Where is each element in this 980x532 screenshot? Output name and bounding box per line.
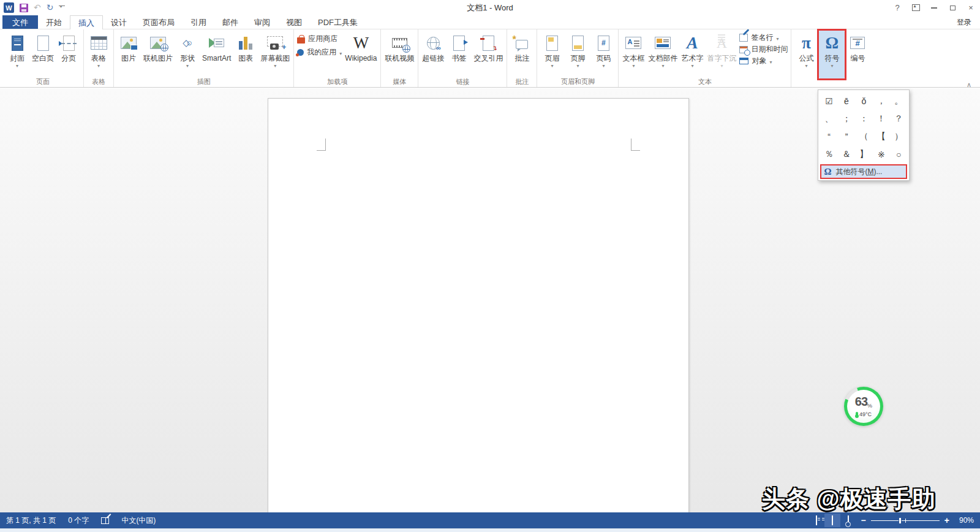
header-button[interactable]: 页眉: [539, 31, 565, 78]
symbol-cell[interactable]: ☑: [820, 92, 837, 110]
symbol-cell[interactable]: 【: [873, 127, 890, 145]
redo-button[interactable]: ↻: [47, 3, 54, 12]
symbol-button[interactable]: Ω 符号 ☑ ē ǒ ， 。 、 ； ： ！ ？ “ ” （: [819, 31, 845, 78]
ribbon-display-icon: [912, 4, 920, 11]
shapes-button[interactable]: ◇○ 形状: [175, 31, 200, 78]
restore-button[interactable]: [943, 0, 962, 15]
zoom-level[interactable]: 90%: [954, 516, 974, 525]
symbol-cell[interactable]: “: [820, 127, 837, 145]
text-box-button[interactable]: 文本框: [620, 31, 646, 78]
quick-parts-button[interactable]: 文档部件: [646, 31, 679, 78]
redo-icon: ↻: [47, 2, 54, 12]
web-layout-button[interactable]: [840, 514, 856, 527]
number-button[interactable]: 编号: [845, 31, 870, 78]
tab-pdf-tools[interactable]: PDF工具集: [310, 15, 366, 29]
chevron-down-icon: [274, 63, 276, 68]
group-label-tables: 表格: [84, 77, 113, 86]
symbol-cell[interactable]: ，: [873, 92, 890, 110]
equation-button[interactable]: π 公式: [793, 31, 819, 78]
more-symbols-menu-item[interactable]: Ω 其他符号(M)...: [820, 164, 907, 179]
title-bar: ↶ ↻ 文档1 - Word ? ×: [0, 0, 980, 15]
window-controls: ? ×: [888, 0, 980, 15]
performance-widget[interactable]: 63 % 49°C: [844, 387, 883, 426]
read-mode-button[interactable]: [809, 514, 824, 527]
footer-button[interactable]: 页脚: [565, 31, 590, 78]
comment-button[interactable]: 批注: [509, 31, 535, 78]
tab-references[interactable]: 引用: [183, 15, 214, 29]
customize-qat-icon[interactable]: [59, 6, 65, 10]
drop-cap-button[interactable]: A 首字下沉: [705, 31, 738, 78]
symbol-cell[interactable]: ǒ: [855, 92, 872, 110]
table-icon: [88, 32, 110, 54]
minimize-icon: [931, 7, 937, 9]
cross-reference-button[interactable]: 交叉引用: [472, 31, 505, 78]
tab-page-layout[interactable]: 页面布局: [135, 15, 183, 29]
symbol-cell[interactable]: ē: [838, 92, 855, 110]
minimize-button[interactable]: [925, 0, 943, 15]
save-icon[interactable]: [20, 4, 28, 12]
help-button[interactable]: ?: [888, 0, 907, 15]
smartart-button[interactable]: SmartArt: [200, 31, 233, 78]
word-count[interactable]: 0 个字: [62, 515, 95, 526]
tab-review[interactable]: 审阅: [246, 15, 278, 29]
zoom-slider[interactable]: [871, 520, 940, 521]
date-time-button[interactable]: 日期和时间: [739, 44, 788, 55]
bookmark-button[interactable]: 书签: [446, 31, 472, 78]
pictures-button[interactable]: 图片: [116, 31, 141, 78]
table-button[interactable]: 表格: [86, 31, 111, 78]
page-number-button[interactable]: 页码: [590, 31, 616, 78]
tab-insert[interactable]: 插入: [70, 15, 103, 29]
symbol-cell[interactable]: ：: [855, 110, 872, 127]
tab-mailings[interactable]: 邮件: [214, 15, 246, 29]
symbol-cell[interactable]: ※: [873, 145, 890, 163]
symbol-cell[interactable]: ”: [838, 127, 855, 145]
zoom-slider-thumb[interactable]: [899, 517, 902, 524]
symbol-cell[interactable]: （: [855, 127, 872, 145]
blank-page-button[interactable]: 空白页: [30, 31, 56, 78]
word-logo-icon[interactable]: [4, 2, 14, 13]
symbol-cell[interactable]: ％: [820, 145, 837, 163]
print-layout-button[interactable]: [824, 514, 840, 527]
undo-button[interactable]: ↶: [34, 3, 41, 12]
proofing-icon[interactable]: [101, 517, 109, 524]
object-button[interactable]: 对象: [739, 56, 788, 66]
symbol-cell[interactable]: ！: [873, 110, 890, 127]
symbol-cell[interactable]: 。: [890, 92, 907, 110]
ribbon-display-options-button[interactable]: [907, 0, 925, 15]
app-store-button[interactable]: 应用商店: [297, 34, 342, 44]
sign-in-link[interactable]: 登录: [957, 15, 980, 29]
symbol-cell[interactable]: ○: [890, 145, 907, 163]
window-title: 文档1 - Word: [0, 2, 980, 13]
screenshot-button[interactable]: 屏幕截图: [258, 31, 292, 78]
margin-corner-mark-top-right: [631, 139, 640, 151]
chart-button[interactable]: 图表: [233, 31, 258, 78]
hyperlink-button[interactable]: 超链接: [420, 31, 446, 78]
document-page[interactable]: [268, 98, 689, 512]
page-break-button[interactable]: 分页: [56, 31, 81, 78]
tab-design[interactable]: 设计: [103, 15, 135, 29]
language-indicator[interactable]: 中文(中国): [115, 515, 162, 526]
online-pictures-button[interactable]: 联机图片: [141, 31, 175, 78]
online-video-button[interactable]: 联机视频: [383, 31, 416, 78]
zoom-out-button[interactable]: −: [856, 515, 871, 525]
my-apps-button[interactable]: 我的应用: [297, 47, 342, 58]
symbol-cell[interactable]: ）: [890, 127, 907, 145]
page-info[interactable]: 第 1 页, 共 1 页: [0, 515, 62, 526]
page-number-icon: [592, 32, 614, 54]
symbol-cell[interactable]: ；: [838, 110, 855, 127]
tab-file[interactable]: 文件: [2, 15, 38, 29]
symbol-cell[interactable]: ？: [890, 110, 907, 127]
tab-home[interactable]: 开始: [38, 15, 70, 29]
close-button[interactable]: ×: [962, 0, 980, 15]
wikipedia-button[interactable]: W Wikipedia: [343, 31, 379, 78]
signature-line-button[interactable]: 签名行: [739, 32, 788, 43]
cover-page-button[interactable]: 封面: [4, 31, 30, 78]
symbol-cell[interactable]: ＆: [838, 145, 855, 163]
zoom-in-button[interactable]: +: [940, 515, 954, 525]
symbol-cell[interactable]: 】: [855, 145, 872, 163]
tab-view[interactable]: 视图: [278, 15, 310, 29]
symbol-cell[interactable]: 、: [820, 110, 837, 127]
read-mode-icon: [816, 515, 817, 525]
wordart-button[interactable]: A 艺术字: [679, 31, 705, 78]
comment-icon: [511, 32, 533, 54]
